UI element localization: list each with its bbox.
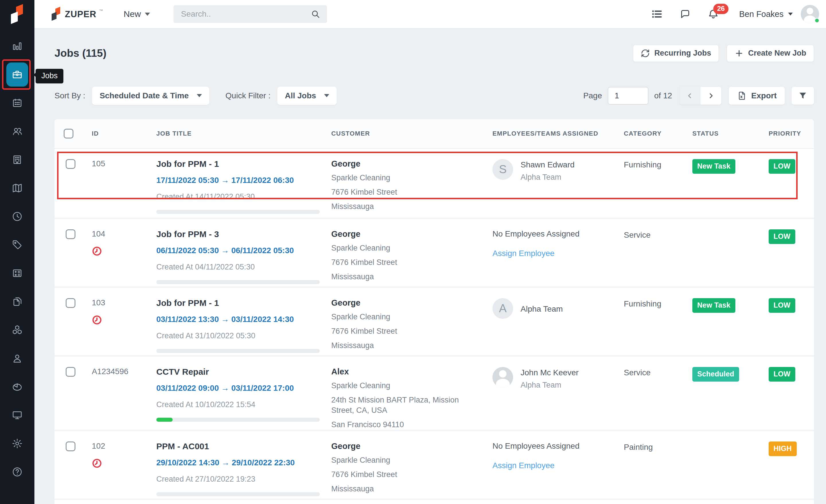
- jobs-page: Jobs (115) Recurring Jobs Create New Job…: [35, 29, 826, 504]
- table-row: 100 PPM - AC001 George: [55, 499, 814, 504]
- job-id: 103: [92, 298, 130, 307]
- export-button[interactable]: Export: [729, 87, 785, 105]
- customer-address-line: Mississauga: [331, 271, 470, 282]
- activity-list-button[interactable]: [651, 8, 663, 20]
- quick-filter-dropdown[interactable]: All Jobs: [277, 86, 337, 105]
- sidebar-item-estimates[interactable]: [0, 259, 35, 287]
- row-checkbox[interactable]: [66, 159, 75, 169]
- online-status-dot: [814, 18, 820, 23]
- sidebar-item-time[interactable]: [0, 202, 35, 231]
- progress-bar: [156, 280, 320, 284]
- status-badge: New Task: [692, 298, 735, 313]
- notifications-button[interactable]: 26: [708, 8, 719, 20]
- excel-file-icon: [737, 91, 747, 101]
- previous-page-button[interactable]: [680, 87, 700, 105]
- plus-icon: [734, 49, 744, 58]
- sidebar-item-tags[interactable]: [0, 231, 35, 259]
- progress-bar: [156, 418, 320, 422]
- job-title-link[interactable]: PPM - AC001: [156, 441, 312, 451]
- page-title: Jobs (115): [55, 47, 633, 59]
- assigned-employee: S Shawn Edward Alpha Team: [492, 159, 606, 182]
- refresh-icon: [641, 49, 650, 58]
- user-menu[interactable]: Ben Foakes: [738, 9, 794, 19]
- calendar-icon: [11, 97, 23, 109]
- customer-details: Sparkle Cleaning7676 Kimbel StreetMissis…: [331, 243, 470, 282]
- job-category: Service: [615, 219, 684, 287]
- next-page-button[interactable]: [700, 87, 721, 105]
- search-icon[interactable]: [311, 9, 320, 19]
- sidebar-item-customers[interactable]: [0, 344, 35, 372]
- customer-details: Sparkle Cleaning7676 Kimbel StreetMissis…: [331, 455, 470, 494]
- customer-address-line: San Francisco 94110: [331, 420, 470, 430]
- select-all-checkbox[interactable]: [64, 129, 73, 138]
- status-badge: Scheduled: [692, 367, 739, 382]
- sidebar-item-invoices[interactable]: [0, 287, 35, 316]
- chat-button[interactable]: [680, 8, 691, 20]
- sidebar-item-parts[interactable]: [0, 316, 35, 344]
- sidebar-item-timesheets[interactable]: [0, 372, 35, 401]
- zuper-logo-mark: [9, 5, 25, 24]
- job-id: 104: [92, 229, 130, 239]
- sort-by-dropdown[interactable]: Scheduled Date & Time: [92, 86, 210, 105]
- sidebar-item-teams[interactable]: [0, 117, 35, 145]
- zuper-logo[interactable]: [0, 0, 35, 29]
- customer-details: Sparkle Cleaning7676 Kimbel StreetMissis…: [331, 173, 470, 211]
- assign-employee-link[interactable]: Assign Employee: [492, 461, 554, 470]
- scheduled-time-link[interactable]: 17/11/2022 05:30 → 17/11/2022 06:30: [156, 176, 312, 185]
- scheduled-time-link[interactable]: 06/11/2022 05:30 → 06/11/2022 05:30: [156, 246, 312, 255]
- sidebar-item-map[interactable]: [0, 174, 35, 202]
- page-number-input[interactable]: [608, 87, 648, 105]
- sidebar-item-dashboard[interactable]: [0, 32, 35, 60]
- customer-address-line: Sparkle Cleaning: [331, 455, 470, 465]
- sidebar-item-calendar[interactable]: [0, 88, 35, 117]
- team-name: Alpha Team: [521, 173, 575, 182]
- row-checkbox[interactable]: [66, 229, 75, 239]
- sidebar-item-jobs[interactable]: [0, 60, 35, 88]
- sidebar-item-settings[interactable]: [0, 429, 35, 457]
- employee-name: Alpha Team: [521, 305, 563, 314]
- sidebar-item-dispatch-board[interactable]: [0, 401, 35, 429]
- documents-icon: [11, 296, 23, 307]
- sidebar-item-organization[interactable]: [0, 145, 35, 174]
- job-category: Furnishing: [615, 149, 684, 217]
- sort-by-value: Scheduled Date & Time: [100, 91, 189, 100]
- assign-employee-link[interactable]: Assign Employee: [492, 249, 554, 258]
- overdue-clock-icon: [92, 246, 102, 256]
- brand-name: ZUPER: [65, 9, 96, 19]
- job-title-link[interactable]: Job for PPM - 1: [156, 159, 312, 169]
- sidebar-item-help[interactable]: [0, 457, 35, 486]
- search-input[interactable]: [180, 9, 311, 19]
- no-employees-assigned: No Employees Assigned Assign Employee: [492, 441, 606, 470]
- jobs-table-body: 105 Job for PPM - 1 17/11/2022 05:30 → 1…: [55, 149, 814, 504]
- sidebar: [0, 0, 35, 504]
- table-row: A1234596 CCTV Repair 03/11/2022 09:00 → …: [55, 355, 814, 430]
- scheduled-time-link[interactable]: 29/10/2022 14:30 → 29/10/2022 22:30: [156, 458, 312, 467]
- pie-chart-icon: [11, 381, 23, 392]
- filter-button[interactable]: [791, 87, 814, 105]
- scheduled-time-link[interactable]: 03/11/2022 13:30 → 03/11/2022 14:30: [156, 315, 312, 324]
- create-new-job-button[interactable]: Create New Job: [727, 45, 814, 62]
- job-title-link[interactable]: Job for PPM - 1: [156, 298, 312, 308]
- customer-name: George: [331, 229, 470, 239]
- column-header-id: ID: [82, 119, 145, 148]
- row-checkbox[interactable]: [66, 367, 75, 377]
- assigned-employee: John Mc Keever Alpha Team: [492, 367, 606, 390]
- scheduled-time-link[interactable]: 03/11/2022 09:00 → 03/11/2022 17:00: [156, 384, 312, 393]
- row-checkbox[interactable]: [66, 441, 75, 451]
- job-title-link[interactable]: Job for PPM - 3: [156, 229, 312, 239]
- recurring-jobs-button[interactable]: Recurring Jobs: [633, 45, 719, 62]
- priority-badge: HIGH: [769, 441, 797, 456]
- overdue-clock-icon: [92, 315, 102, 325]
- user-name: Ben Foakes: [739, 9, 783, 19]
- question-icon: [11, 466, 23, 478]
- priority-badge: LOW: [769, 367, 795, 382]
- briefcase-icon: [11, 69, 23, 80]
- quick-filter-value: All Jobs: [285, 91, 316, 100]
- row-checkbox[interactable]: [66, 298, 75, 308]
- user-avatar[interactable]: [801, 5, 819, 23]
- job-title-link[interactable]: CCTV Repair: [156, 367, 312, 377]
- new-menu-button[interactable]: New: [122, 9, 152, 19]
- customer-details: Sparkle Cleaning24th St Mission BART Pla…: [331, 380, 470, 430]
- new-menu-label: New: [124, 9, 141, 19]
- avatar-initial: A: [492, 298, 513, 319]
